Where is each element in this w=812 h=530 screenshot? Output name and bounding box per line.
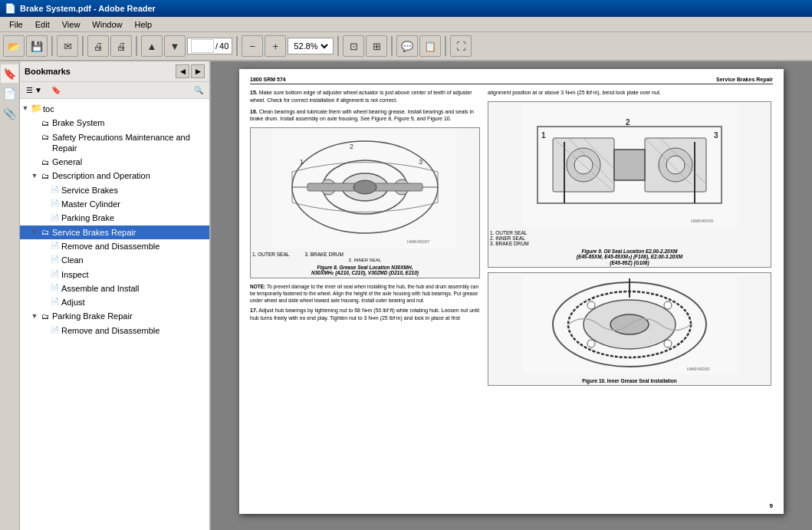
print-button[interactable]: 🖨 (87, 35, 109, 57)
figure9-svg: 1 2 3 HM840000 (522, 104, 737, 226)
page-nav: 12 / 40 (187, 38, 232, 54)
zoom-select[interactable]: 52.8% 25% 50% 75% 100% 150% (291, 41, 330, 51)
tree-label: Assemble and Install (60, 282, 209, 295)
bookmark-icon: 🗂 (40, 311, 51, 321)
tree-item-service-brakes[interactable]: 📄Service Brakes (20, 183, 209, 197)
prev-page-button[interactable]: ▲ (141, 35, 163, 57)
sidebar-tab-bookmarks[interactable]: 🔖 (1, 64, 19, 83)
open-button[interactable]: 📂 (3, 35, 25, 57)
header-right: Service Brakes Repair (716, 77, 773, 82)
tree-label: Adjust (60, 296, 209, 308)
email-button[interactable]: ✉ (57, 35, 78, 57)
app-icon: 📄 (5, 3, 16, 14)
next-page-button[interactable]: ▼ (164, 35, 186, 57)
zoom-in-button[interactable]: + (265, 35, 286, 57)
tree-label: Master Cylinder (60, 198, 209, 210)
tree-item-adjust[interactable]: 📄Adjust (20, 295, 209, 309)
full-screen-button[interactable]: ⛶ (450, 35, 472, 57)
figure8-parts: 1. OUTER SEAL 3. BRAKE DRUM (252, 252, 478, 257)
page-content: 15. Make sure bottom edge of adjuster wh… (250, 89, 773, 390)
toggle-icon[interactable]: ▼ (29, 170, 40, 181)
tree-label: Clean (60, 254, 209, 266)
bookmark-nav: ◀ ▶ (176, 64, 205, 78)
tree-item-safety[interactable]: 🗂Safety Precautions Maintenance and Repa… (20, 130, 209, 156)
note-label: NOTE: (250, 284, 265, 289)
tree-item-sb-repair[interactable]: ▼🗂Service Brakes Repair (20, 225, 209, 239)
tree-item-parking-brake[interactable]: 📄Parking Brake (20, 211, 209, 225)
toggle-icon[interactable]: ▼ (29, 311, 40, 321)
toggle-icon[interactable]: ▼ (20, 104, 31, 114)
svg-text:HM840000: HM840000 (691, 219, 714, 223)
page-icon: 📄 (49, 241, 60, 252)
review-button[interactable]: 📋 (419, 35, 441, 57)
page-input[interactable]: 12 (191, 39, 214, 53)
bookmark-next[interactable]: ▶ (191, 64, 205, 78)
tree-item-pb-repair[interactable]: ▼🗂Parking Brake Repair (20, 309, 209, 323)
page-icon: 📄 (49, 297, 60, 308)
tree-item-master-cylinder[interactable]: 📄Master Cylinder (20, 197, 209, 211)
svg-text:2: 2 (350, 143, 353, 150)
fit-width-button[interactable]: ⊞ (366, 35, 387, 57)
toggle-placeholder (38, 241, 49, 252)
tree-item-pb-remove[interactable]: 📄Remove and Disassemble (20, 324, 209, 337)
bookmarks-tree[interactable]: ▼📁toc🗂Brake System🗂Safety Precautions Ma… (20, 99, 209, 530)
tree-label: Inspect (60, 268, 209, 281)
fig8-part1: 1. OUTER SEAL (252, 252, 289, 257)
zoom-out-button[interactable]: − (242, 35, 263, 57)
bookmark-prev[interactable]: ◀ (176, 64, 189, 78)
tree-item-clean[interactable]: 📄Clean (20, 253, 209, 267)
fit-page-button[interactable]: ⊡ (343, 35, 364, 57)
document-area[interactable]: 1800 SRM 574 Service Brakes Repair 15. M… (211, 61, 812, 530)
tree-item-assemble[interactable]: 📄Assemble and Install (20, 281, 209, 295)
tree-label: Service Brakes (60, 184, 209, 196)
toggle-placeholder (38, 297, 49, 308)
bookmark-new-button[interactable]: 🔖 (48, 84, 64, 96)
toggle-placeholder (29, 156, 40, 167)
bookmarks-header: Bookmarks ◀ ▶ (20, 61, 209, 82)
tree-item-description[interactable]: ▼🗂Description and Operation (20, 169, 209, 183)
page-icon: 📄 (49, 255, 60, 265)
menu-window[interactable]: Window (86, 18, 128, 31)
comment-button[interactable]: 💬 (396, 35, 418, 57)
tree-item-inspect[interactable]: 📄Inspect (20, 268, 209, 281)
bookmarks-toolbar: ☰ ▼ 🔖 🔍 (20, 82, 209, 99)
step15-text: Make sure bottom edge of adjuster wheel … (250, 90, 472, 103)
tree-label: Brake System (51, 117, 209, 129)
tree-label: Safety Precautions Maintenance and Repai… (51, 131, 209, 155)
figure10-caption: Figure 10. Inner Grease Seal Installatio… (490, 378, 769, 384)
toggle-icon[interactable]: ▼ (29, 227, 40, 238)
page-sep: / (215, 41, 218, 51)
bookmark-options-icon: ☰ (26, 86, 33, 94)
bookmark-search-button[interactable]: 🔍 (191, 84, 206, 96)
figure10-svg: HM640000 (522, 275, 737, 374)
page-icon: 📄 (49, 185, 60, 196)
note-box: NOTE: To prevent damage to the inner oil… (250, 283, 480, 304)
tree-item-general[interactable]: 🗂General (20, 155, 209, 169)
note-text: To prevent damage to the inner oil seal … (250, 284, 478, 303)
menu-help[interactable]: Help (128, 18, 158, 31)
bookmark-options-button[interactable]: ☰ ▼ (23, 84, 45, 96)
save-button[interactable]: 💾 (26, 35, 48, 57)
tree-item-remove[interactable]: 📄Remove and Disassemble (20, 239, 209, 253)
tree-item-toc[interactable]: ▼📁toc (20, 102, 209, 116)
print-setup-button[interactable]: 🖨 (110, 35, 132, 57)
toggle-placeholder (38, 255, 49, 265)
svg-point-43 (664, 340, 672, 347)
fig8-part3: 3. BRAKE DRUM (304, 252, 344, 257)
sidebar-tab-pages[interactable]: 📄 (1, 84, 19, 103)
title-bar: 📄 Brake System.pdf - Adobe Reader (0, 0, 812, 17)
bookmark-icon: 🗂 (40, 156, 51, 167)
sidebar-tab-attachments[interactable]: 📎 (1, 104, 19, 123)
menu-view[interactable]: View (56, 18, 87, 31)
tree-item-brake-system[interactable]: 🗂Brake System (20, 116, 209, 130)
right-column: alignment position at or above 3 N•m (25… (488, 89, 771, 390)
menu-file[interactable]: File (3, 18, 29, 31)
tree-label: Description and Operation (51, 170, 209, 182)
menu-edit[interactable]: Edit (29, 18, 56, 31)
step15-num: 15. (250, 90, 258, 95)
folder-icon: 📁 (31, 104, 41, 114)
title-text: Brake System.pdf - Adobe Reader (20, 4, 156, 13)
toolbar: 📂 💾 ✉ 🖨 🖨 ▲ ▼ 12 / 40 − + 52.8% 25% 50% … (0, 32, 812, 61)
tree-label: toc (41, 103, 209, 115)
page-icon: 📄 (49, 212, 60, 223)
